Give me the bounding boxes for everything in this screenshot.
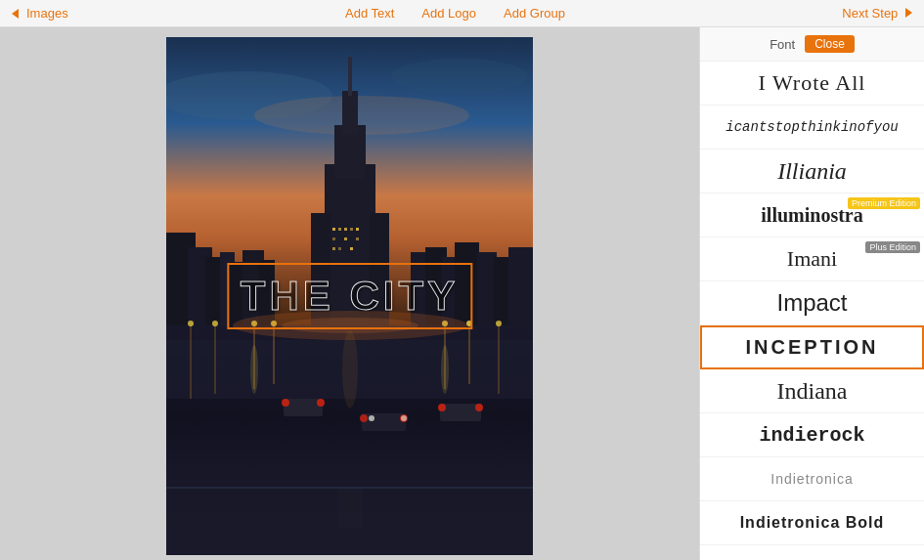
top-bar-actions: Add Text Add Logo Add Group (345, 6, 565, 21)
font-panel-header: Font Close (700, 27, 924, 62)
svg-rect-22 (332, 237, 335, 240)
image-container[interactable]: THE CITY (166, 37, 533, 555)
main-content: THE CITY Font Close I Wrote Allicantstop… (0, 27, 924, 560)
font-item-label-indietronica-bold: Indietronica Bold (740, 514, 885, 532)
close-button[interactable]: Close (805, 35, 855, 53)
font-panel: Font Close I Wrote Allicantstopthinkinof… (699, 27, 924, 560)
svg-rect-19 (344, 228, 347, 231)
svg-point-44 (188, 321, 194, 326)
svg-rect-26 (338, 247, 341, 250)
svg-rect-16 (348, 57, 352, 96)
font-item-label-illiania: Illiania (777, 158, 847, 185)
font-badge-imani: Plus Edition (865, 241, 920, 253)
svg-point-52 (282, 399, 289, 407)
top-bar: Images Add Text Add Logo Add Group Next … (0, 0, 924, 27)
font-badge-illuminostra: Premium Edition (848, 197, 920, 209)
font-item-indietronica-bold[interactable]: Indietronica Bold (700, 501, 924, 545)
font-item-icantstop[interactable]: icantstopthinkinofyou (700, 106, 924, 150)
svg-point-63 (441, 345, 449, 394)
svg-rect-54 (362, 413, 406, 431)
font-item-illiania[interactable]: Illiania (700, 150, 924, 194)
back-label: Images (26, 6, 68, 21)
svg-point-55 (360, 414, 368, 422)
svg-rect-21 (356, 228, 359, 231)
svg-point-58 (438, 404, 446, 411)
font-list[interactable]: I Wrote AllicantstopthinkinofyouIlliania… (700, 62, 924, 560)
svg-rect-68 (342, 489, 358, 513)
back-button[interactable]: Images (12, 6, 68, 21)
svg-rect-51 (284, 399, 323, 416)
font-item-label-iwroteall: I Wrote All (759, 70, 866, 96)
font-item-label-indietronica: Indietronica (770, 471, 853, 487)
font-item-imani[interactable]: ImaniPlus Edition (700, 237, 924, 281)
font-item-label-indiana: Indiana (777, 378, 848, 405)
svg-point-59 (475, 404, 483, 411)
font-item-indietronica[interactable]: Indietronica (700, 457, 924, 501)
text-overlay[interactable]: THE CITY (227, 263, 472, 329)
svg-point-42 (212, 321, 218, 326)
svg-point-61 (401, 415, 407, 421)
svg-point-53 (317, 399, 325, 407)
add-text-button[interactable]: Add Text (345, 6, 394, 21)
font-item-indiana[interactable]: Indiana (700, 369, 924, 413)
svg-rect-20 (350, 228, 353, 231)
svg-rect-66 (166, 487, 533, 489)
chevron-right-icon (905, 8, 912, 18)
svg-rect-15 (342, 91, 358, 135)
add-group-button[interactable]: Add Group (504, 6, 565, 21)
svg-rect-34 (508, 247, 533, 325)
font-item-label-icantstop: icantstopthinkinofyou (726, 119, 898, 135)
font-item-illuminostra[interactable]: illuminostraPremium Edition (700, 194, 924, 237)
font-item-label-indierock: indierock (759, 424, 864, 447)
svg-rect-18 (338, 228, 341, 231)
svg-point-64 (342, 330, 358, 409)
canvas-area: THE CITY (0, 27, 699, 560)
next-step-label: Next Step (842, 6, 898, 21)
svg-rect-23 (344, 237, 347, 240)
font-item-indierock[interactable]: indierock (700, 413, 924, 457)
font-item-label-imani: Imani (787, 246, 837, 272)
font-item-label-impact: Impact (776, 289, 847, 317)
svg-rect-24 (356, 237, 359, 240)
svg-rect-57 (440, 404, 481, 421)
font-item-iwroteall[interactable]: I Wrote All (700, 62, 924, 106)
font-item-impact[interactable]: Impact (700, 281, 924, 325)
font-item-indietronica-light[interactable]: Indietronica Light (700, 545, 924, 560)
svg-point-2 (391, 59, 528, 94)
font-panel-title: Font (770, 37, 795, 52)
svg-point-50 (496, 321, 502, 326)
chevron-left-icon (12, 9, 19, 19)
svg-rect-25 (332, 247, 335, 250)
svg-point-60 (369, 415, 374, 421)
next-step-button[interactable]: Next Step (842, 6, 912, 21)
svg-rect-27 (350, 247, 353, 250)
font-item-inception[interactable]: INCEPTION (700, 325, 924, 369)
svg-point-62 (250, 345, 258, 394)
overlay-text: THE CITY (241, 273, 459, 319)
font-item-label-inception: INCEPTION (746, 336, 879, 359)
add-logo-button[interactable]: Add Logo (421, 6, 476, 21)
svg-rect-17 (332, 228, 335, 231)
